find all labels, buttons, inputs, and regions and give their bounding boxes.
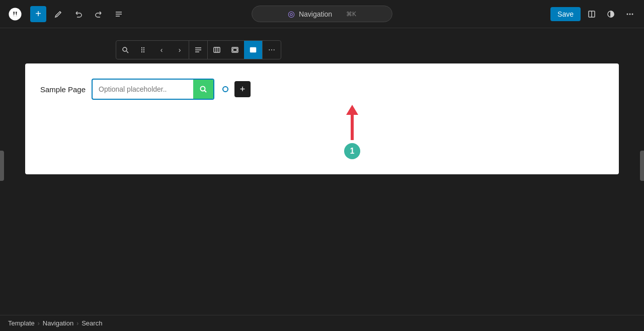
- block-more-button[interactable]: ⋯: [263, 41, 281, 59]
- right-resize-handle[interactable]: [640, 151, 644, 181]
- search-submit-button[interactable]: [193, 80, 213, 99]
- block-search-button[interactable]: [116, 41, 134, 59]
- more-options-button[interactable]: [622, 6, 638, 22]
- sample-page-link[interactable]: Sample Page: [40, 85, 86, 94]
- document-overview-button[interactable]: [111, 6, 127, 22]
- breadcrumb-template[interactable]: Template: [8, 319, 35, 327]
- nav-content: Sample Page +: [40, 74, 604, 105]
- breadcrumb-sep-1: ›: [38, 320, 40, 327]
- svg-point-15: [141, 51, 142, 52]
- inline-button[interactable]: [226, 41, 244, 59]
- left-resize-handle[interactable]: [0, 151, 4, 181]
- top-bar: W + ◎ Navigation ⌘K: [0, 0, 644, 28]
- block-toolbar: ‹ ›: [116, 40, 281, 59]
- add-item-button[interactable]: +: [234, 81, 251, 97]
- add-block-button[interactable]: +: [30, 6, 46, 22]
- canvas: ‹ ›: [25, 63, 619, 174]
- svg-line-12: [127, 51, 129, 53]
- svg-point-9: [629, 13, 631, 15]
- svg-point-18: [143, 51, 144, 52]
- svg-point-8: [627, 13, 628, 15]
- breadcrumb-sep-2: ›: [76, 320, 78, 327]
- svg-point-11: [123, 47, 127, 51]
- svg-rect-22: [214, 47, 220, 52]
- svg-point-28: [201, 87, 205, 91]
- command-bar[interactable]: ◎ Navigation ⌘K: [252, 6, 392, 22]
- right-actions: Save: [550, 6, 638, 22]
- breadcrumb-search[interactable]: Search: [82, 319, 102, 327]
- svg-text:W: W: [12, 11, 18, 17]
- annotation-container: 1: [101, 105, 604, 159]
- svg-rect-27: [250, 47, 256, 52]
- align-left-button[interactable]: [189, 41, 207, 59]
- selected-view-button[interactable]: [244, 41, 262, 59]
- undo-button[interactable]: [70, 6, 87, 22]
- flex-row-button[interactable]: [208, 41, 226, 59]
- svg-point-16: [143, 47, 144, 48]
- search-block: [92, 79, 214, 100]
- svg-point-14: [141, 49, 142, 50]
- contrast-button[interactable]: [603, 6, 619, 22]
- svg-line-29: [205, 91, 207, 93]
- navigation-icon: ◎: [288, 9, 295, 19]
- svg-point-10: [632, 13, 633, 15]
- redo-button[interactable]: [91, 6, 107, 22]
- breadcrumb-navigation[interactable]: Navigation: [43, 319, 73, 327]
- svg-point-17: [143, 49, 144, 50]
- block-drag-button[interactable]: [134, 41, 152, 59]
- command-bar-shortcut: ⌘K: [346, 11, 356, 18]
- wp-logo[interactable]: W: [6, 5, 24, 23]
- annotation-badge: 1: [344, 143, 360, 159]
- svg-rect-26: [233, 48, 237, 51]
- arrow-shaft: [351, 115, 354, 140]
- block-prev-button[interactable]: ‹: [152, 41, 171, 59]
- block-next-button[interactable]: ›: [171, 41, 189, 59]
- annotation-arrow: [346, 105, 358, 140]
- arrow-head: [346, 105, 358, 115]
- main-area: ‹ ›: [0, 28, 644, 331]
- pen-tool-button[interactable]: [50, 6, 66, 22]
- command-bar-label: Navigation: [299, 10, 332, 18]
- breadcrumb: Template › Navigation › Search: [0, 315, 644, 331]
- svg-point-13: [141, 47, 142, 48]
- save-button[interactable]: Save: [550, 7, 581, 21]
- layout-button[interactable]: [584, 6, 600, 22]
- search-input[interactable]: [93, 81, 193, 97]
- search-resize-handle[interactable]: [222, 86, 228, 92]
